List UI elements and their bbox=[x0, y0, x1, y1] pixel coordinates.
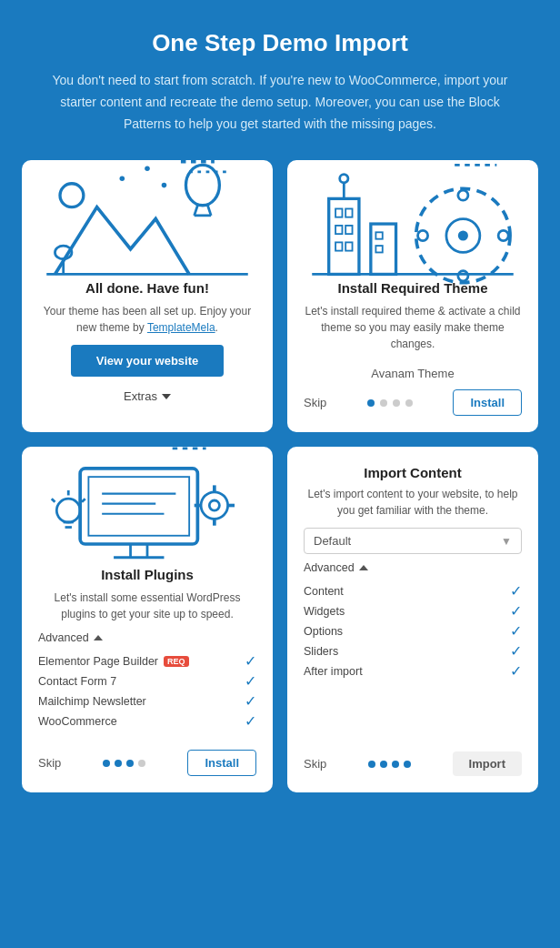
chevron-up-icon-2 bbox=[359, 565, 368, 570]
import-label: Sliders bbox=[304, 645, 338, 658]
svg-rect-24 bbox=[375, 246, 382, 252]
card-plugins-desc: Let's install some essential WordPress p… bbox=[38, 590, 256, 622]
done-svg bbox=[38, 148, 256, 299]
svg-point-10 bbox=[120, 176, 125, 182]
svg-point-12 bbox=[162, 183, 167, 188]
check-icon: ✓ bbox=[510, 644, 522, 659]
check-icon: ✓ bbox=[245, 654, 256, 669]
check-icon: ✓ bbox=[245, 694, 256, 709]
dot-3 bbox=[392, 761, 399, 768]
plugins-skip-button[interactable]: Skip bbox=[38, 756, 61, 770]
svg-line-3 bbox=[195, 206, 198, 216]
card-theme-footer: Skip Install bbox=[304, 380, 522, 416]
svg-point-27 bbox=[458, 231, 468, 241]
dot-active bbox=[103, 760, 110, 767]
plugin-name: WooCommerce bbox=[38, 715, 117, 728]
card-done-title: All done. Have fun! bbox=[85, 280, 209, 296]
check-icon: ✓ bbox=[510, 604, 522, 619]
card-plugins-footer: Skip Install bbox=[38, 741, 256, 776]
import-label: After import bbox=[304, 665, 363, 678]
card-install-plugins: Install Plugins Let's install some essen… bbox=[22, 447, 273, 792]
import-item-after: After import ✓ bbox=[304, 661, 522, 681]
extras-toggle[interactable]: Extras bbox=[124, 389, 171, 403]
step-dot-1 bbox=[367, 399, 375, 407]
check-icon: ✓ bbox=[510, 664, 522, 679]
svg-point-2 bbox=[185, 166, 219, 206]
import-advanced-toggle[interactable]: Advanced bbox=[304, 561, 368, 574]
svg-line-49 bbox=[52, 499, 55, 502]
import-item-content: Content ✓ bbox=[304, 581, 522, 601]
import-label: Content bbox=[304, 585, 344, 598]
card-plugins-title: Install Plugins bbox=[101, 567, 194, 582]
card-all-done: All done. Have fun! Your theme has been … bbox=[22, 160, 273, 432]
step-dot-3 bbox=[393, 399, 400, 407]
default-select[interactable]: Default ▼ bbox=[304, 528, 522, 554]
plugins-advanced-label: Advanced bbox=[38, 631, 89, 644]
svg-point-31 bbox=[498, 231, 508, 241]
header-section: One Step Demo Import You don't need to s… bbox=[44, 29, 516, 135]
cards-grid: All done. Have fun! Your theme has been … bbox=[22, 160, 538, 792]
theme-skip-button[interactable]: Skip bbox=[304, 396, 326, 409]
import-list: Content ✓ Widgets ✓ Options ✓ Sliders ✓ … bbox=[304, 581, 522, 681]
import-skip-button[interactable]: Skip bbox=[304, 757, 326, 771]
check-icon: ✓ bbox=[245, 714, 256, 729]
svg-point-28 bbox=[458, 190, 468, 200]
import-button[interactable]: Import bbox=[453, 751, 522, 776]
plugin-item: Contact Form 7 ✓ bbox=[38, 671, 256, 691]
card-import-desc: Let's import content to your website, to… bbox=[304, 486, 522, 519]
plugins-advanced-toggle[interactable]: Advanced bbox=[38, 631, 103, 644]
page-title: One Step Demo Import bbox=[44, 29, 516, 57]
extras-label: Extras bbox=[124, 389, 157, 403]
import-label: Options bbox=[304, 625, 343, 638]
card-import-title: Import Content bbox=[364, 465, 461, 480]
svg-point-45 bbox=[56, 499, 80, 522]
theme-install-button[interactable]: Install bbox=[453, 389, 522, 416]
dot-active-3 bbox=[126, 760, 134, 767]
plugin-item: Mailchimp Newsletter ✓ bbox=[38, 691, 256, 711]
import-item-sliders: Sliders ✓ bbox=[304, 641, 522, 661]
svg-point-39 bbox=[201, 492, 228, 519]
dot-1 bbox=[368, 761, 375, 768]
plugin-name: Mailchimp Newsletter bbox=[38, 695, 146, 708]
svg-rect-14 bbox=[335, 209, 342, 217]
templatemela-link[interactable]: TemplateMela bbox=[147, 321, 215, 334]
plugins-list: Elementor Page Builder REQ ✓ Contact For… bbox=[38, 651, 256, 731]
check-icon: ✓ bbox=[510, 584, 522, 599]
svg-rect-16 bbox=[335, 226, 342, 234]
svg-point-21 bbox=[340, 175, 348, 183]
plugin-name: Contact Form 7 bbox=[38, 675, 116, 688]
theme-illustration bbox=[304, 178, 522, 269]
svg-rect-35 bbox=[88, 477, 189, 536]
svg-point-11 bbox=[145, 166, 150, 172]
plugins-install-button[interactable]: Install bbox=[187, 750, 256, 776]
select-row: Default ▼ bbox=[304, 528, 522, 554]
svg-rect-18 bbox=[335, 243, 342, 251]
page-description: You don't need to start from scratch. If… bbox=[44, 70, 516, 135]
import-advanced-label: Advanced bbox=[304, 561, 355, 574]
card-theme-title: Install Required Theme bbox=[337, 280, 487, 296]
card-theme-desc: Let's install required theme & activate … bbox=[304, 303, 522, 352]
theme-step-dots bbox=[367, 399, 413, 407]
step-dot-2 bbox=[380, 399, 387, 407]
import-item-options: Options ✓ bbox=[304, 621, 522, 641]
dot-2 bbox=[380, 761, 387, 768]
svg-rect-22 bbox=[371, 224, 396, 274]
dot-inactive bbox=[138, 760, 145, 767]
plugins-illustration bbox=[38, 465, 256, 556]
import-item-widgets: Widgets ✓ bbox=[304, 601, 522, 621]
plugin-name: Elementor Page Builder bbox=[38, 655, 158, 668]
plugins-dots bbox=[103, 760, 145, 767]
select-value: Default bbox=[314, 534, 351, 548]
view-website-button[interactable]: View your website bbox=[71, 345, 224, 377]
theme-svg bbox=[304, 148, 522, 299]
svg-rect-19 bbox=[345, 243, 352, 251]
theme-name: Avanam Theme bbox=[371, 367, 454, 380]
svg-rect-34 bbox=[80, 469, 197, 544]
import-dots bbox=[368, 761, 411, 768]
dot-4 bbox=[404, 761, 411, 768]
done-illustration bbox=[38, 178, 256, 269]
dot-active-2 bbox=[115, 760, 122, 767]
svg-point-40 bbox=[209, 500, 219, 510]
check-icon: ✓ bbox=[510, 624, 522, 639]
card-install-theme: Install Required Theme Let's install req… bbox=[287, 160, 538, 432]
